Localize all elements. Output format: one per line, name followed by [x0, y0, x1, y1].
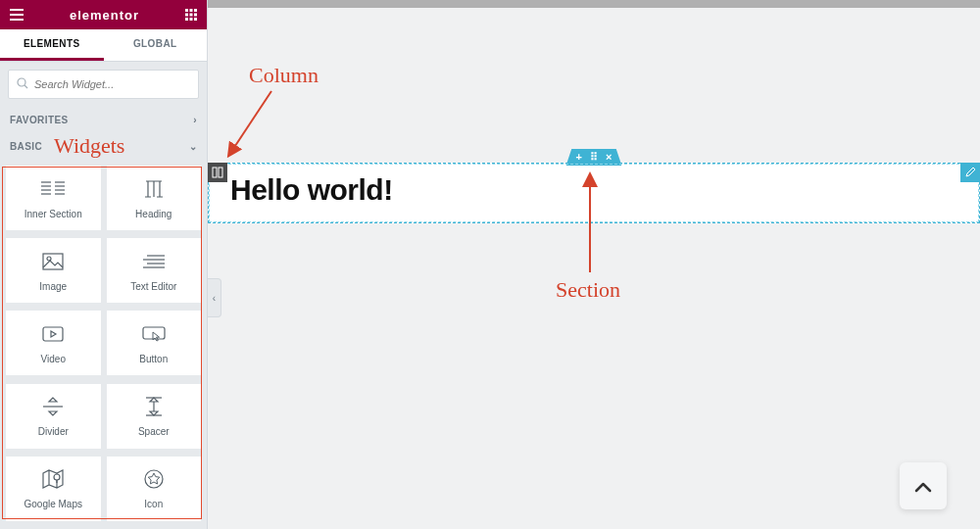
sidebar-header: elementor [0, 0, 207, 29]
hamburger-icon[interactable] [10, 9, 24, 21]
svg-rect-3 [185, 14, 188, 17]
widget-divider[interactable]: Divider [6, 384, 101, 449]
sidebar-collapse-handle[interactable]: ‹ [208, 278, 221, 317]
annotation-section: Section [556, 277, 620, 303]
widget-label: Icon [144, 499, 163, 509]
section-drag-handle[interactable]: ⠿ [590, 152, 598, 163]
inner-section-icon [41, 177, 65, 201]
widget-text-editor[interactable]: Text Editor [107, 238, 202, 303]
category-label: FAVORITES [10, 115, 69, 125]
section-add-button[interactable]: + [576, 152, 582, 163]
widget-grid: Inner Section Heading Image Text Editor … [0, 160, 207, 529]
chevron-up-icon [914, 473, 932, 499]
svg-rect-2 [194, 9, 197, 12]
svg-point-30 [54, 474, 60, 480]
widget-label: Text Editor [130, 281, 176, 292]
widget-label: Divider [38, 426, 69, 437]
widget-icon[interactable]: Icon [107, 457, 202, 521]
widget-inner-section[interactable]: Inner Section [6, 166, 101, 230]
widget-label: Button [139, 354, 168, 364]
icon-widget-icon [142, 467, 166, 491]
arrow-column [218, 86, 286, 165]
svg-rect-32 [213, 168, 217, 177]
widget-heading[interactable]: Heading [107, 166, 202, 230]
widget-button[interactable]: Button [107, 311, 202, 375]
text-editor-icon [142, 250, 166, 273]
widget-spacer[interactable]: Spacer [107, 384, 202, 449]
image-icon [41, 250, 65, 273]
svg-rect-19 [43, 254, 63, 269]
sidebar-tabs: ELEMENTS GLOBAL [0, 29, 207, 62]
category-basic[interactable]: BASIC ⌄ [0, 133, 207, 160]
elementor-sidebar: elementor ELEMENTS GLOBAL FAVORITES › BA… [0, 0, 208, 529]
section-edit-handle[interactable] [960, 163, 980, 182]
elementor-section[interactable]: + ⠿ × Hello world! [208, 163, 980, 223]
widget-image[interactable]: Image [6, 238, 101, 303]
search-area [0, 62, 207, 107]
section-delete-button[interactable]: × [606, 152, 612, 163]
svg-line-10 [24, 85, 27, 88]
widget-label: Image [39, 281, 67, 292]
chevron-left-icon: ‹ [213, 293, 216, 304]
search-widget-box[interactable] [8, 70, 199, 99]
widget-label: Heading [135, 209, 172, 219]
svg-point-20 [47, 257, 51, 261]
chevron-down-icon: ⌄ [189, 141, 197, 152]
widget-label: Inner Section [24, 209, 82, 219]
divider-icon [41, 395, 65, 418]
video-icon [41, 322, 65, 346]
svg-rect-33 [219, 168, 222, 177]
button-icon [142, 322, 166, 346]
search-icon [17, 75, 28, 93]
svg-rect-1 [189, 9, 192, 12]
svg-rect-6 [185, 18, 188, 21]
scroll-to-top-button[interactable] [900, 462, 947, 509]
google-maps-icon [41, 467, 65, 491]
widget-video[interactable]: Video [6, 311, 101, 375]
svg-rect-7 [189, 18, 192, 21]
tab-elements[interactable]: ELEMENTS [0, 29, 104, 61]
widget-label: Video [41, 354, 66, 364]
svg-rect-8 [194, 18, 197, 21]
apps-grid-icon[interactable] [185, 9, 197, 21]
search-input[interactable] [34, 78, 190, 90]
canvas-area[interactable]: ‹ + ⠿ × Hello world! Column Section [208, 8, 980, 529]
brand-logo: elementor [70, 8, 139, 23]
section-controls: + ⠿ × [566, 149, 622, 166]
chevron-right-icon: › [193, 115, 197, 125]
widget-google-maps[interactable]: Google Maps [6, 457, 101, 521]
heading-icon [142, 177, 166, 201]
spacer-icon [142, 395, 166, 418]
category-favorites[interactable]: FAVORITES › [0, 107, 207, 133]
app-root: elementor ELEMENTS GLOBAL FAVORITES › BA… [0, 0, 980, 529]
category-label: BASIC [10, 141, 42, 152]
tab-global[interactable]: GLOBAL [104, 29, 208, 61]
heading-widget-content[interactable]: Hello world! [209, 164, 979, 222]
annotation-column: Column [249, 63, 318, 88]
widget-label: Spacer [138, 426, 170, 437]
svg-rect-4 [189, 14, 192, 17]
column-handle[interactable] [208, 163, 227, 182]
svg-point-9 [18, 78, 25, 86]
svg-rect-25 [43, 327, 63, 341]
svg-rect-0 [185, 9, 188, 12]
widget-label: Google Maps [24, 499, 82, 509]
svg-rect-5 [194, 14, 197, 17]
